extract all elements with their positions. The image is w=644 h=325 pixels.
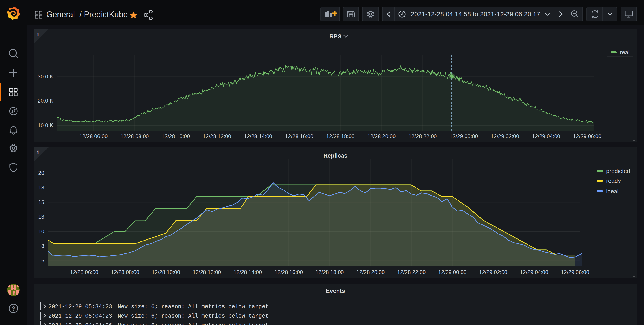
svg-text:12/28 10:00: 12/28 10:00 (162, 133, 190, 139)
svg-text:12/28 12:00: 12/28 12:00 (193, 269, 221, 275)
svg-text:predicted: predicted (606, 168, 630, 174)
svg-text:12/28 20:00: 12/28 20:00 (368, 133, 396, 139)
svg-text:?: ? (12, 305, 16, 312)
svg-text:12/29 04:00: 12/29 04:00 (532, 133, 560, 139)
svg-text:General / PredictKube: General / PredictKube (46, 10, 128, 19)
svg-text:2021-12-29 04:51:26: 2021-12-29 04:51:26 (48, 322, 112, 325)
svg-text:12/29 02:00: 12/29 02:00 (491, 133, 519, 139)
svg-text:10: 10 (38, 228, 44, 235)
svg-text:12/28 20:00: 12/28 20:00 (356, 269, 385, 275)
svg-text:12/28 18:00: 12/28 18:00 (316, 269, 344, 275)
svg-text:ready: ready (606, 177, 621, 184)
svg-text:12/28 14:00: 12/28 14:00 (234, 269, 262, 275)
svg-text:12/28 22:00: 12/28 22:00 (408, 133, 437, 139)
svg-text:20: 20 (38, 170, 44, 176)
svg-text:2021-12-28 04:14:58 to 2021-12: 2021-12-28 04:14:58 to 2021-12-29 06:20:… (411, 10, 540, 18)
svg-text:13: 13 (38, 214, 44, 220)
svg-text:12/28 10:00: 12/28 10:00 (152, 269, 180, 275)
svg-text:12/28 16:00: 12/28 16:00 (274, 269, 303, 275)
svg-text:12/28 06:00: 12/28 06:00 (70, 269, 98, 275)
svg-text:12/28 14:00: 12/28 14:00 (244, 133, 272, 139)
svg-text:30.0 K: 30.0 K (38, 73, 53, 80)
svg-text:12/28 08:00: 12/28 08:00 (120, 133, 149, 139)
svg-text:2021-12-29 05:34:23: 2021-12-29 05:34:23 (48, 304, 112, 310)
svg-text:12/28 08:00: 12/28 08:00 (111, 269, 139, 275)
svg-text:i: i (37, 148, 39, 156)
svg-text:New size: 6; reason: All metri: New size: 6; reason: All metrics below t… (118, 304, 268, 310)
svg-text:15: 15 (38, 199, 44, 205)
svg-text:12/29 00:00: 12/29 00:00 (450, 133, 478, 139)
svg-text:20.0 K: 20.0 K (38, 98, 53, 104)
svg-text:18: 18 (38, 184, 44, 190)
svg-text:2021-12-29 05:04:23: 2021-12-29 05:04:23 (48, 313, 112, 320)
svg-text:i: i (37, 30, 39, 37)
svg-text:RPS: RPS (330, 33, 341, 40)
svg-text:12/29 06:00: 12/29 06:00 (561, 269, 589, 275)
svg-text:10.0 K: 10.0 K (38, 122, 53, 128)
svg-text:12/28 12:00: 12/28 12:00 (203, 133, 231, 139)
svg-text:ideal: ideal (606, 188, 618, 195)
svg-text:Events: Events (326, 288, 345, 294)
svg-text:New size: 6; reason: All metri: New size: 6; reason: All metrics below t… (118, 322, 268, 325)
svg-text:12/29 00:00: 12/29 00:00 (438, 269, 467, 275)
svg-text:12/28 06:00: 12/28 06:00 (80, 133, 108, 139)
svg-text:12/28 22:00: 12/28 22:00 (397, 269, 426, 275)
svg-text:12/28 16:00: 12/28 16:00 (285, 133, 314, 139)
svg-text:Replicas: Replicas (324, 152, 348, 159)
svg-text:real: real (620, 49, 630, 56)
svg-text:8: 8 (41, 243, 44, 249)
svg-text:12/28 18:00: 12/28 18:00 (326, 133, 355, 139)
svg-text:New size: 6; reason: All metri: New size: 6; reason: All metrics below t… (118, 313, 268, 320)
svg-text:12/29 06:00: 12/29 06:00 (573, 133, 602, 139)
svg-text:12/29 04:00: 12/29 04:00 (520, 269, 548, 275)
svg-text:5: 5 (41, 258, 44, 264)
svg-text:12/29 02:00: 12/29 02:00 (479, 269, 507, 275)
